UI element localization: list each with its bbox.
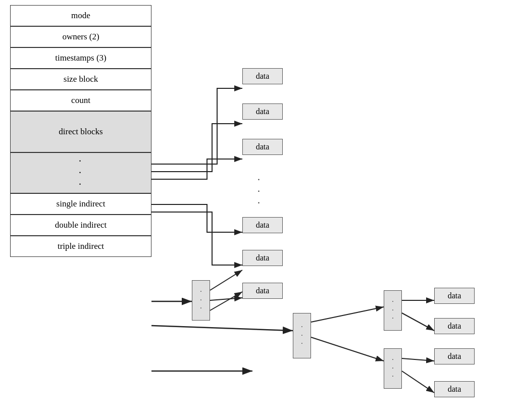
svg-line-2	[210, 270, 242, 290]
svg-line-7	[311, 337, 384, 361]
inode-size-block: size block	[10, 69, 151, 90]
data-block-direct-1: data	[242, 68, 283, 84]
ptr-block-double-l2-top: ···	[384, 290, 402, 331]
svg-line-10	[402, 358, 434, 361]
direct-middle-dots: ···	[257, 174, 260, 209]
data-block-double-2: data	[434, 318, 475, 334]
data-block-direct-6: data	[242, 283, 283, 299]
svg-line-4	[210, 292, 242, 310]
ptr-block-double-l2-bot: ···	[384, 348, 402, 389]
svg-line-11	[402, 371, 434, 393]
ptr-block-single: ···	[192, 280, 210, 321]
inode-triple-indirect: triple indirect	[10, 236, 151, 257]
inode-mode: mode	[10, 5, 151, 26]
inode-timestamps: timestamps (3)	[10, 47, 151, 69]
inode-table: mode owners (2) timestamps (3) size bloc…	[10, 5, 151, 257]
data-block-double-3: data	[434, 348, 475, 364]
inode-double-indirect: double indirect	[10, 215, 151, 236]
svg-line-3	[210, 298, 242, 300]
svg-line-6	[311, 307, 384, 322]
diagram-container: mode owners (2) timestamps (3) size bloc…	[0, 0, 517, 420]
inode-direct-blocks: direct blocks	[10, 111, 151, 152]
svg-line-9	[402, 313, 434, 331]
data-block-direct-2: data	[242, 103, 283, 120]
inode-count: count	[10, 90, 151, 111]
inode-single-indirect: single indirect	[10, 193, 151, 215]
inode-owners: owners (2)	[10, 26, 151, 47]
ptr-block-double-l1: ···	[293, 313, 311, 358]
data-block-double-1: data	[434, 288, 475, 304]
data-block-direct-5: data	[242, 250, 283, 266]
data-block-direct-4: data	[242, 217, 283, 233]
data-block-double-4: data	[434, 381, 475, 397]
inode-direct-dots: ···	[10, 152, 151, 193]
data-block-direct-3: data	[242, 139, 283, 155]
svg-line-5	[151, 326, 293, 331]
